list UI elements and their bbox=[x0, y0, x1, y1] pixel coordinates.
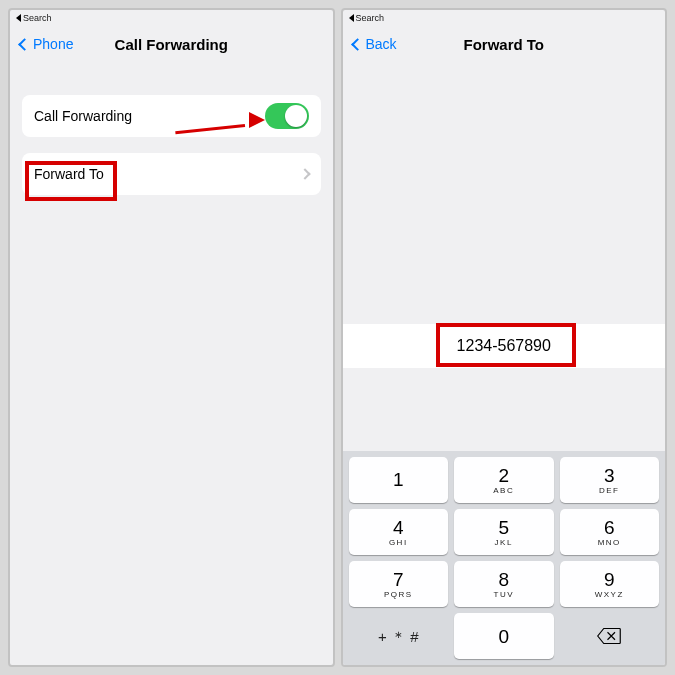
call-forwarding-toggle[interactable] bbox=[265, 103, 309, 129]
back-label: Back bbox=[366, 36, 397, 52]
breadcrumb-label: Search bbox=[356, 13, 385, 23]
row-label: Call Forwarding bbox=[34, 108, 132, 124]
keypad-0[interactable]: 0 bbox=[454, 613, 554, 659]
phone-left: Search Phone Call Forwarding Call Forwar… bbox=[8, 8, 335, 667]
numeric-keypad: 1 2ABC 3DEF 4GHI 5JKL 6MNO 7PQRS 8TUV 9W… bbox=[343, 451, 666, 665]
keypad-1[interactable]: 1 bbox=[349, 457, 449, 503]
keypad-8[interactable]: 8TUV bbox=[454, 561, 554, 607]
keypad-3[interactable]: 3DEF bbox=[560, 457, 660, 503]
row-label: Forward To bbox=[34, 166, 104, 182]
back-button[interactable]: Back bbox=[353, 36, 397, 52]
keypad-6[interactable]: 6MNO bbox=[560, 509, 660, 555]
breadcrumb[interactable]: Search bbox=[10, 10, 333, 23]
backspace-icon bbox=[597, 627, 621, 645]
navbar: Phone Call Forwarding bbox=[10, 23, 333, 65]
keypad-9[interactable]: 9WXYZ bbox=[560, 561, 660, 607]
forward-number-value: 1234-567890 bbox=[457, 337, 551, 355]
chevron-left-icon bbox=[18, 38, 31, 51]
keypad-7[interactable]: 7PQRS bbox=[349, 561, 449, 607]
keypad-4[interactable]: 4GHI bbox=[349, 509, 449, 555]
keypad-backspace[interactable] bbox=[560, 613, 660, 659]
keypad-2[interactable]: 2ABC bbox=[454, 457, 554, 503]
keypad-symbols[interactable]: + ＊ # bbox=[349, 613, 449, 659]
phone-right: Search Back Forward To 1234-567890 1 2AB… bbox=[341, 8, 668, 667]
back-button[interactable]: Phone bbox=[20, 36, 73, 52]
breadcrumb[interactable]: Search bbox=[343, 10, 666, 23]
chevron-right-icon bbox=[299, 168, 310, 179]
chevron-left-icon bbox=[351, 38, 364, 51]
back-label: Phone bbox=[33, 36, 73, 52]
call-forwarding-row[interactable]: Call Forwarding bbox=[22, 95, 321, 137]
forward-to-row[interactable]: Forward To bbox=[22, 153, 321, 195]
toggle-knob bbox=[285, 105, 307, 127]
forward-number-input[interactable]: 1234-567890 bbox=[343, 324, 666, 368]
breadcrumb-label: Search bbox=[23, 13, 52, 23]
navbar: Back Forward To bbox=[343, 23, 666, 65]
breadcrumb-back-icon bbox=[349, 14, 354, 22]
breadcrumb-back-icon bbox=[16, 14, 21, 22]
keypad-5[interactable]: 5JKL bbox=[454, 509, 554, 555]
